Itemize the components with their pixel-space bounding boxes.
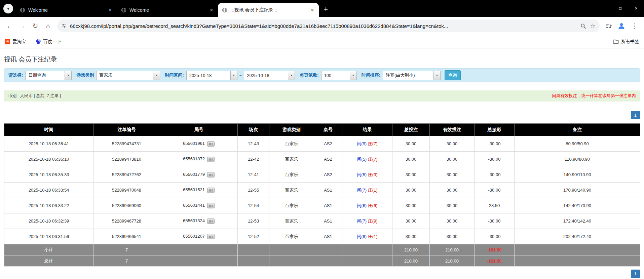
bookmark-star-icon[interactable]: ☆ xyxy=(590,22,596,30)
replay-icon[interactable] xyxy=(207,157,215,162)
chevron-down-icon[interactable]: ▼ xyxy=(433,71,440,80)
replay-icon[interactable] xyxy=(207,218,215,224)
chevron-down-icon[interactable]: ▼ xyxy=(65,71,71,80)
forward-button[interactable]: → xyxy=(16,19,29,32)
zoom-icon[interactable] xyxy=(580,23,586,29)
query-type-select[interactable]: 日期查询 ▼ xyxy=(25,71,72,80)
sort-order-select[interactable]: 降幂(由大到小) ▼ xyxy=(383,71,441,80)
maximize-button[interactable]: □ xyxy=(612,0,628,17)
media-controls-icon[interactable] xyxy=(602,19,615,32)
bookmark-baidu[interactable]: 百度一下 xyxy=(36,39,62,45)
header-game-type: 游戏类别 xyxy=(269,124,314,136)
round-number: 655601961 xyxy=(183,141,205,146)
date-from-value: 2025-10-18 xyxy=(187,73,230,78)
total-bet-cell[interactable]: 30.00 xyxy=(392,136,430,152)
replay-icon[interactable] xyxy=(207,188,215,193)
tab-betrecord-active[interactable]: :::视讯 会员下注纪录::: × xyxy=(218,3,319,17)
valid-bet-cell: 30.00 xyxy=(430,198,475,213)
menu-icon[interactable]: ⋮ xyxy=(628,19,641,32)
replay-icon[interactable] xyxy=(207,234,215,239)
replay-icon[interactable] xyxy=(207,141,215,147)
pagination-top: 1 xyxy=(4,111,640,119)
bookmark-aitaobao[interactable]: 淘 爱淘宝 xyxy=(5,39,26,45)
bookmark-label: 百度一下 xyxy=(43,39,62,45)
time-cell: 2025-10-18 06:31:56 xyxy=(4,229,93,244)
round-cell: 655601441 xyxy=(160,198,238,213)
bet-id-cell: 522899466541 xyxy=(93,229,160,244)
result-banker: 庄(3) xyxy=(368,172,378,177)
game-type-cell: 百家乐 xyxy=(269,183,314,198)
url-text[interactable]: 66cxkj98.com/ipl/portal.php/game/betreco… xyxy=(70,23,577,29)
table-no-cell: AS2 xyxy=(314,152,342,167)
total-bet-cell[interactable]: 30.00 xyxy=(392,229,430,244)
chevron-down-icon[interactable]: ▼ xyxy=(288,71,295,80)
round-cell: 655601961 xyxy=(160,136,238,152)
summary-bar: 币别 : 人民币 | 总共 :7 注单 | 同局有效投注，统一计算在该局第一张注… xyxy=(4,90,640,102)
close-button[interactable]: × xyxy=(628,0,644,17)
subtotal-label: 小计 xyxy=(4,244,93,255)
address-bar[interactable]: 66cxkj98.com/ipl/portal.php/game/betreco… xyxy=(57,19,600,32)
session-cell: 12-55 xyxy=(238,183,269,198)
round-number: 655601324 xyxy=(183,218,205,223)
remark-cell: 140.90/110.90 xyxy=(515,167,640,183)
tab-welcome-1[interactable]: Welcome × xyxy=(16,3,117,17)
tab-welcome-2[interactable]: Welcome × xyxy=(117,3,218,17)
total-bet-cell[interactable]: 30.00 xyxy=(392,183,430,198)
total-valid-bet: 210.00 xyxy=(430,255,475,267)
reload-button[interactable]: ↻ xyxy=(29,19,42,32)
minimize-button[interactable]: — xyxy=(597,0,612,17)
tab-close-icon[interactable]: × xyxy=(309,7,315,13)
round-cell: 655601872 xyxy=(160,152,238,167)
remark-cell: 170.90/140.90 xyxy=(515,183,640,198)
pagination-bottom: 1 xyxy=(4,270,640,278)
session-cell: 12-43 xyxy=(238,136,269,152)
search-button[interactable]: 查询 xyxy=(445,70,461,80)
result-cell: 闲(5) 庄(3) xyxy=(342,167,392,183)
total-bet-cell[interactable]: 30.00 xyxy=(392,152,430,167)
table-no-cell: AS1 xyxy=(314,198,342,213)
remark-cell: 172.40/142.40 xyxy=(515,213,640,229)
page-size-select[interactable]: 100 ▼ xyxy=(321,71,357,80)
payout-cell: -30.00 xyxy=(475,213,515,229)
result-player: 闲(5) xyxy=(357,172,367,177)
total-bet-cell[interactable]: 30.00 xyxy=(392,198,430,213)
date-to-select[interactable]: 2025-10-18 ▼ xyxy=(244,71,295,80)
table-row: 2025-10-18 06:33:22522899469060655601441… xyxy=(4,198,640,213)
table-row: 2025-10-18 06:35:33522899472762655601779… xyxy=(4,167,640,183)
all-bookmarks-button[interactable]: 所有书签 xyxy=(613,39,639,45)
tab-close-icon[interactable]: × xyxy=(209,7,215,13)
tab-search-button[interactable]: ▾ xyxy=(3,4,13,13)
time-cell: 2025-10-18 06:36:10 xyxy=(4,152,93,167)
time-cell: 2025-10-18 06:32:39 xyxy=(4,213,93,229)
globe-icon xyxy=(20,7,25,13)
page-number-button[interactable]: 1 xyxy=(631,270,640,278)
round-number: 655601779 xyxy=(183,172,205,177)
chevron-down-icon[interactable]: ▼ xyxy=(230,71,237,80)
table-row: 2025-10-18 06:36:41522899474731655601961… xyxy=(4,136,640,152)
page-number-button[interactable]: 1 xyxy=(631,111,640,119)
total-bet-cell[interactable]: 30.00 xyxy=(392,167,430,183)
chevron-down-icon[interactable]: ▼ xyxy=(350,71,356,80)
new-tab-button[interactable]: + xyxy=(321,4,331,14)
game-type-label: 游戏类别 xyxy=(76,72,94,78)
header-payout: 总派彩 xyxy=(475,124,515,136)
header-round: 局号 xyxy=(160,124,238,136)
payout-cell: -30.00 xyxy=(475,229,515,244)
chevron-down-icon[interactable]: ▼ xyxy=(153,71,160,80)
site-info-icon[interactable] xyxy=(61,23,67,29)
valid-bet-cell: 30.00 xyxy=(430,167,475,183)
all-bookmarks-label: 所有书签 xyxy=(621,39,639,45)
payout-cell: -30.00 xyxy=(475,167,515,183)
game-type-select[interactable]: 百家乐 ▼ xyxy=(96,71,160,80)
tab-title: :::视讯 会员下注纪录::: xyxy=(230,7,306,13)
tab-close-icon[interactable]: × xyxy=(107,7,113,13)
date-to-value: 2025-10-18 xyxy=(244,73,288,78)
profile-avatar[interactable] xyxy=(615,19,628,32)
total-bet-cell[interactable]: 30.00 xyxy=(392,213,430,229)
result-banker: 庄(7) xyxy=(368,141,378,146)
replay-icon[interactable] xyxy=(207,172,215,177)
replay-icon[interactable] xyxy=(207,203,215,208)
home-button[interactable]: ⌂ xyxy=(42,19,54,32)
date-from-select[interactable]: 2025-10-18 ▼ xyxy=(186,71,237,80)
back-button[interactable]: ← xyxy=(3,19,16,32)
